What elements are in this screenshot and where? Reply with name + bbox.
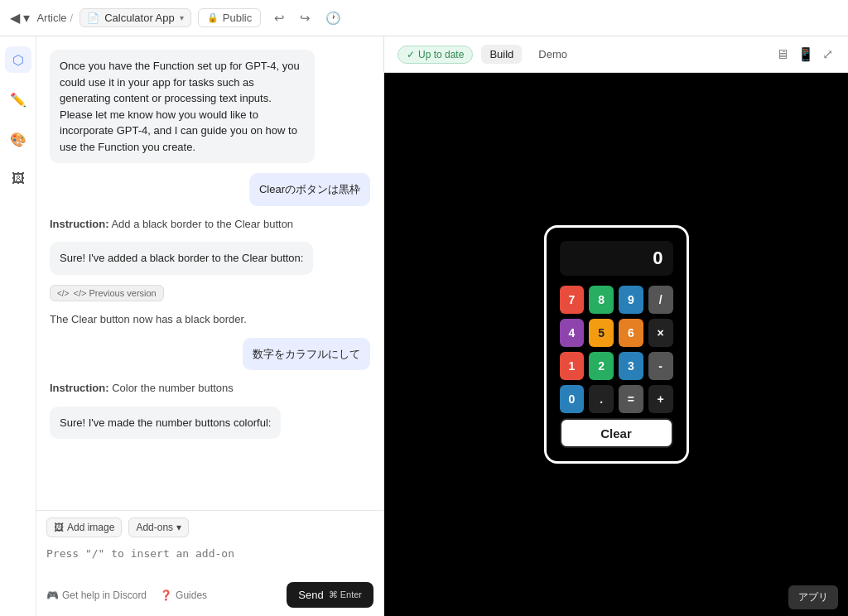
- chat-input[interactable]: [46, 542, 373, 577]
- calc-btn-4[interactable]: 4: [560, 319, 585, 347]
- chat-footer: 🎮 Get help in Discord ❓ Guides Send ⌘ En…: [46, 582, 373, 608]
- chat-toolbar: 🖼 Add image Add-ons ▾: [46, 517, 373, 537]
- tab-build[interactable]: Build: [481, 45, 522, 64]
- device-icons: 🖥 📱 ⤢: [774, 45, 835, 64]
- calc-btn-7[interactable]: 7: [560, 286, 585, 314]
- public-pill[interactable]: 🔒 Public: [198, 8, 261, 27]
- preview-canvas: 0 7 8 9 / 4 5 6 ×: [384, 73, 848, 616]
- status-label: Up to date: [418, 49, 464, 60]
- calc-btn-0[interactable]: 0: [560, 385, 585, 413]
- message-user-2: 数字をカラフルにして: [243, 338, 370, 371]
- history-button[interactable]: 🕐: [322, 9, 344, 27]
- message-user-1: Clearのボタンは黒枠: [249, 173, 370, 206]
- expand-icon[interactable]: ⤢: [821, 45, 835, 64]
- footer-links: 🎮 Get help in Discord ❓ Guides: [46, 590, 207, 601]
- top-nav: ◀ ▾ Article / 📄 Calculator App ▾ 🔒 Publi…: [0, 0, 848, 36]
- calc-row-2: 4 5 6 ×: [560, 319, 673, 347]
- message-assistant-1: Once you have the Function set up for GP…: [50, 50, 315, 163]
- calc-btn-8[interactable]: 8: [589, 286, 614, 314]
- code-icon: </>: [57, 289, 69, 298]
- calc-btn-multiply[interactable]: ×: [648, 319, 673, 347]
- message-assistant-2: Sure! I've added a black border to the C…: [50, 242, 313, 275]
- desktop-icon[interactable]: 🖥: [774, 46, 791, 64]
- add-image-button[interactable]: 🖼 Add image: [46, 517, 122, 537]
- sidebar-item-home[interactable]: ⬡: [5, 46, 31, 73]
- send-button[interactable]: Send ⌘ Enter: [287, 582, 373, 608]
- version-chip-container: </> </> Previous version: [50, 285, 370, 302]
- addons-chevron-icon: ▾: [176, 522, 181, 533]
- calc-row-1: 7 8 9 /: [560, 286, 673, 314]
- preview-toolbar: ✓ Up to date Build Demo 🖥 📱 ⤢: [384, 36, 848, 73]
- calc-btn-dot[interactable]: .: [589, 385, 614, 413]
- sidebar-item-edit[interactable]: ✏️: [5, 86, 31, 113]
- bottom-bar: アプリ: [778, 579, 848, 616]
- tab-demo[interactable]: Demo: [530, 45, 576, 64]
- calc-btn-9[interactable]: 9: [619, 286, 643, 314]
- previous-version-chip[interactable]: </> </> Previous version: [50, 285, 164, 301]
- calc-display: 0: [560, 241, 673, 276]
- message-assistant-3: Sure! I've made the number buttons color…: [50, 407, 281, 440]
- breadcrumb-sep: /: [70, 12, 74, 24]
- calc-btn-1[interactable]: 1: [560, 352, 585, 380]
- message-plain-1: The Clear button now has a black border.: [50, 311, 370, 328]
- guides-link[interactable]: ❓ Guides: [160, 590, 207, 601]
- chat-input-area: 🖼 Add image Add-ons ▾ 🎮 Get help in Disc…: [36, 510, 383, 616]
- calc-row-3: 1 2 3 -: [560, 352, 673, 380]
- message-instruction-2: Instruction: Color the number buttons: [50, 380, 370, 397]
- calc-btn-equals[interactable]: =: [619, 385, 643, 413]
- discord-link[interactable]: 🎮 Get help in Discord: [46, 590, 147, 601]
- add-image-icon: 🖼: [54, 522, 64, 533]
- calculator-app: 0 7 8 9 / 4 5 6 ×: [544, 225, 689, 464]
- mobile-icon[interactable]: 📱: [796, 45, 816, 64]
- calc-buttons: 7 8 9 / 4 5 6 × 1 2: [560, 286, 673, 413]
- undo-button[interactable]: ↩: [271, 9, 288, 27]
- discord-icon: 🎮: [46, 590, 59, 601]
- message-instruction-1: Instruction: Add a black border to the C…: [50, 216, 370, 233]
- page-pill[interactable]: 📄 Calculator App ▾: [80, 8, 191, 27]
- calc-btn-plus[interactable]: +: [648, 385, 673, 413]
- calc-clear-button[interactable]: Clear: [560, 418, 673, 448]
- redo-button[interactable]: ↪: [296, 9, 314, 27]
- page-name: Calculator App: [104, 12, 175, 24]
- calc-row-4: 0 . = +: [560, 385, 673, 413]
- app-button[interactable]: アプリ: [788, 585, 838, 609]
- back-icon[interactable]: ◀ ▾: [10, 10, 30, 26]
- sidebar-item-image[interactable]: 🖼: [5, 166, 31, 192]
- chat-messages: Once you have the Function set up for GP…: [36, 36, 383, 510]
- calc-btn-minus[interactable]: -: [648, 352, 673, 380]
- calc-btn-divide[interactable]: /: [648, 286, 673, 314]
- status-badge: ✓ Up to date: [398, 46, 473, 64]
- left-sidebar: ⬡ ✏️ 🎨 🖼: [0, 36, 36, 616]
- calc-btn-3[interactable]: 3: [619, 352, 643, 380]
- calc-btn-5[interactable]: 5: [589, 319, 614, 347]
- addons-button[interactable]: Add-ons ▾: [128, 517, 189, 537]
- chat-panel: Once you have the Function set up for GP…: [36, 36, 384, 616]
- public-label: Public: [223, 12, 252, 24]
- calc-btn-2[interactable]: 2: [589, 352, 614, 380]
- main-area: ⬡ ✏️ 🎨 🖼 Once you have the Function set …: [0, 36, 848, 616]
- status-check-icon: ✓: [407, 49, 415, 60]
- nav-actions: ↩ ↪ 🕐: [271, 9, 344, 27]
- guides-icon: ❓: [160, 590, 172, 601]
- breadcrumb-article: Article: [36, 12, 66, 24]
- breadcrumb: Article /: [36, 12, 73, 24]
- lock-icon: 🔒: [207, 12, 219, 23]
- calc-btn-6[interactable]: 6: [619, 319, 643, 347]
- preview-panel: ✓ Up to date Build Demo 🖥 📱 ⤢ 0 7 8: [384, 36, 848, 616]
- page-icon: 📄: [87, 12, 99, 24]
- sidebar-item-palette[interactable]: 🎨: [5, 126, 31, 152]
- page-chevron-icon: ▾: [180, 13, 184, 22]
